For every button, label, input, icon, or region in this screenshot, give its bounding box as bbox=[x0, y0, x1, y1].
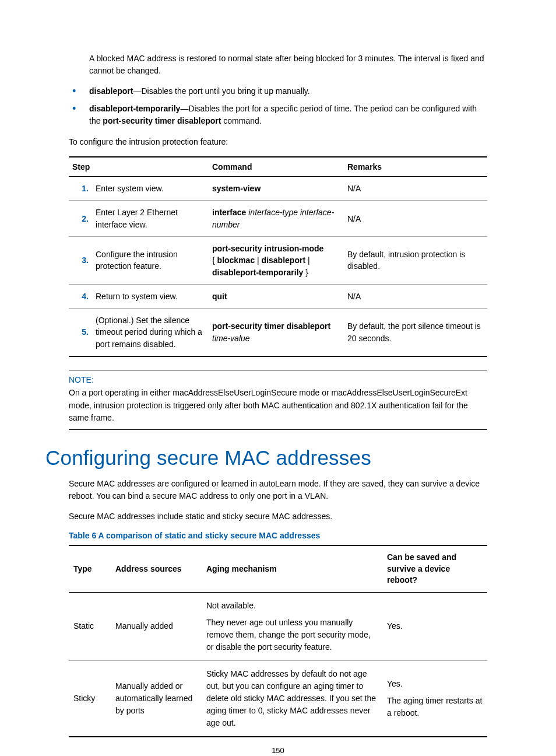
table-row: Sticky Manually added or automatically l… bbox=[69, 660, 487, 737]
note-body: On a port operating in either macAddress… bbox=[69, 387, 487, 429]
table-row: 4. Return to system view. quit N/A bbox=[69, 284, 487, 308]
table-row: 3. Configure the intrusion protection fe… bbox=[69, 236, 487, 284]
th-type: Type bbox=[69, 545, 111, 592]
th-sources: Address sources bbox=[111, 545, 202, 592]
steps-table: Step Command Remarks 1. Enter system vie… bbox=[69, 156, 487, 357]
note-label: NOTE: bbox=[69, 370, 487, 387]
intro-paragraph: A blocked MAC address is restored to nor… bbox=[89, 52, 487, 77]
table-caption: Table 6 A comparison of static and stick… bbox=[69, 531, 487, 540]
th-remarks: Remarks bbox=[344, 157, 487, 177]
table-row: 5. (Optional.) Set the silence timeout p… bbox=[69, 309, 487, 356]
table-row: 1. Enter system view. system-view N/A bbox=[69, 177, 487, 201]
note-box: NOTE: On a port operating in either macA… bbox=[69, 370, 487, 430]
configure-lead: To configure the intrusion protection fe… bbox=[69, 136, 487, 148]
page-number: 150 bbox=[0, 746, 556, 755]
table-row: Static Manually added Not available. The… bbox=[69, 592, 487, 660]
section-heading: Configuring secure MAC addresses bbox=[45, 446, 487, 470]
bullet-disableport-temporarily: disableport-temporarily—Disables the por… bbox=[69, 103, 487, 128]
section-para2: Secure MAC addresses include static and … bbox=[69, 510, 487, 523]
th-step: Step bbox=[69, 157, 209, 177]
th-command: Command bbox=[209, 157, 344, 177]
table-row: 2. Enter Layer 2 Ethernet interface view… bbox=[69, 201, 487, 237]
section-para1: Secure MAC addresses are configured or l… bbox=[69, 478, 487, 502]
th-aging: Aging mechanism bbox=[202, 545, 382, 592]
compare-table: Type Address sources Aging mechanism Can… bbox=[69, 545, 487, 737]
bullet-disableport: disableport—Disables the port until you … bbox=[69, 85, 487, 98]
bullet-list: disableport—Disables the port until you … bbox=[69, 85, 487, 128]
th-reboot: Can be saved and survive a device reboot… bbox=[382, 545, 487, 592]
